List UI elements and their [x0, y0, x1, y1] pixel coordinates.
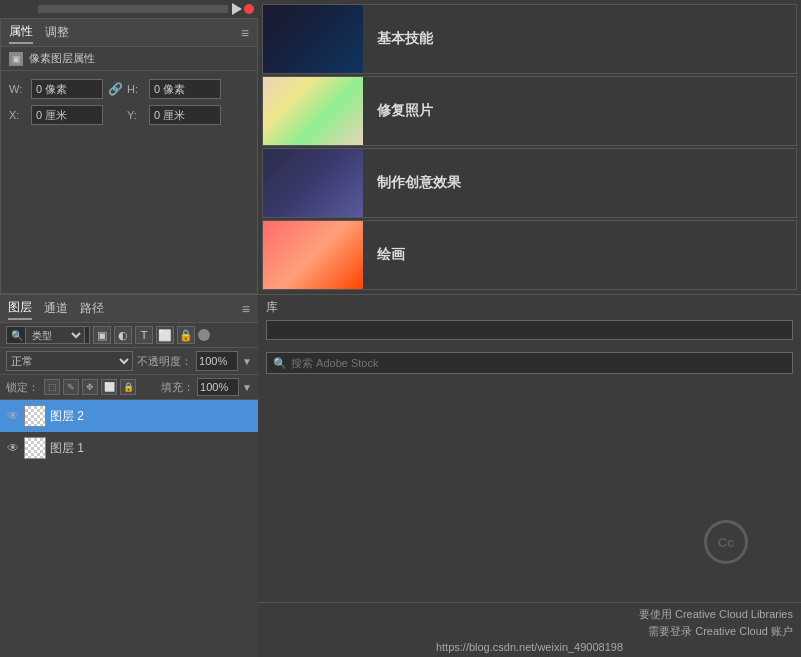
video-bar-fill — [38, 5, 152, 13]
lock-move-btn[interactable]: ✥ — [82, 379, 98, 395]
layer-visibility-icon[interactable]: 👁 — [6, 409, 20, 423]
search-icon: 🔍 — [11, 330, 23, 341]
stock-search-icon: 🔍 — [273, 357, 287, 370]
blend-mode-select[interactable]: 正常 — [6, 351, 133, 371]
thumb-basic[interactable]: 基本技能 — [262, 4, 797, 74]
lock-all-btn[interactable]: 🔒 — [120, 379, 136, 395]
thumb-label-basic: 基本技能 — [363, 30, 433, 48]
video-progress-bar — [38, 5, 228, 13]
library-search-bar[interactable] — [266, 320, 793, 340]
pixel-layer-icon: ▣ — [9, 52, 23, 66]
tab-paths[interactable]: 路径 — [80, 298, 104, 319]
layer-filter-select[interactable]: 类型 — [25, 326, 85, 344]
properties-grid: W: 🔗 H: X: Y: — [1, 71, 257, 133]
record-dot — [244, 4, 254, 14]
opacity-label: 不透明度： — [137, 354, 192, 369]
width-height-row: W: 🔗 H: — [9, 79, 249, 99]
thumbnails-section: 基本技能 修复照片 制作创意效果 绘画 — [258, 0, 801, 294]
tab-properties[interactable]: 属性 — [9, 21, 33, 44]
xy-row: X: Y: — [9, 105, 249, 125]
layer-visibility-icon[interactable]: 👁 — [6, 441, 20, 455]
tab-layers[interactable]: 图层 — [8, 297, 32, 320]
layer-filter-circle[interactable] — [198, 329, 210, 341]
bottom-url: https://blog.csdn.net/weixin_49008198 — [266, 641, 793, 653]
tab-adjustments[interactable]: 调整 — [45, 22, 69, 43]
x-input[interactable] — [31, 105, 103, 125]
layer-pixel-icon[interactable]: ▣ — [93, 326, 111, 344]
library-label: 库 — [266, 300, 278, 314]
properties-menu-icon[interactable]: ≡ — [241, 25, 249, 41]
layer-list: 👁 图层 2 👁 图层 1 — [0, 400, 258, 657]
y-input[interactable] — [149, 105, 221, 125]
thumb-creative[interactable]: 制作创意效果 — [262, 148, 797, 218]
thumb-label-creative: 制作创意效果 — [363, 174, 461, 192]
bottom-bar: 要使用 Creative Cloud Libraries 需要登录 Creati… — [258, 602, 801, 657]
layer-adjust-icon[interactable]: ◐ — [114, 326, 132, 344]
pixel-layer-title-row: ▣ 像素图层属性 — [1, 47, 257, 71]
layers-panel-header: 图层 通道 路径 ≡ — [0, 295, 258, 323]
layer-smart-icon[interactable]: 🔒 — [177, 326, 195, 344]
x-label: X: — [9, 109, 27, 121]
thumb-img-creative — [263, 149, 363, 217]
layer-shape-icon[interactable]: ⬜ — [156, 326, 174, 344]
bottom-text-1: 要使用 Creative Cloud Libraries — [266, 607, 793, 622]
lock-checkerboard-btn[interactable]: ⬚ — [44, 379, 60, 395]
checker-pattern — [25, 438, 45, 458]
thumb-photo[interactable]: 修复照片 — [262, 76, 797, 146]
layer-thumbnail — [24, 437, 46, 459]
layer-item[interactable]: 👁 图层 2 — [0, 400, 258, 432]
fill-label: 填充： — [161, 380, 194, 395]
left-panel: 属性 调整 ≡ ▣ 像素图层属性 W: 🔗 H: X: Y: — [0, 0, 258, 657]
height-label: H: — [127, 83, 145, 95]
right-panel: 基本技能 修复照片 制作创意效果 绘画 库 🔍 Cc 要使用 Creative … — [258, 0, 801, 657]
lock-label: 锁定： — [6, 380, 39, 395]
properties-content-area — [1, 133, 257, 293]
cc-logo: Cc — [704, 520, 748, 564]
properties-panel-header: 属性 调整 ≡ — [1, 19, 257, 47]
checker-pattern — [25, 406, 45, 426]
cc-watermark: Cc — [701, 517, 751, 567]
thumb-label-photo: 修复照片 — [363, 102, 433, 120]
stock-search-bar[interactable]: 🔍 — [266, 352, 793, 374]
stock-section: 🔍 — [258, 344, 801, 378]
play-icon[interactable] — [232, 3, 242, 15]
lock-row: 锁定： ⬚ ✎ ✥ ⬜ 🔒 填充： ▼ — [0, 375, 258, 400]
height-input[interactable] — [149, 79, 221, 99]
thumb-paint[interactable]: 绘画 — [262, 220, 797, 290]
thumb-label-paint: 绘画 — [363, 246, 405, 264]
layer-name: 图层 1 — [50, 440, 252, 457]
video-preview — [0, 0, 258, 18]
layers-panel: 图层 通道 路径 ≡ 🔍 类型 ▣ ◐ T ⬜ 🔒 正常 不透明度 — [0, 294, 258, 657]
y-label: Y: — [127, 109, 145, 121]
thumb-img-basic — [263, 5, 363, 73]
layers-menu-icon[interactable]: ≡ — [242, 301, 250, 317]
layers-toolbar: 🔍 类型 ▣ ◐ T ⬜ 🔒 — [0, 323, 258, 348]
lock-brush-btn[interactable]: ✎ — [63, 379, 79, 395]
layer-search-box: 🔍 类型 — [6, 326, 90, 344]
layer-name: 图层 2 — [50, 408, 252, 425]
link-icon[interactable]: 🔗 — [107, 81, 123, 97]
bottom-text-2: 需要登录 Creative Cloud 账户 — [266, 624, 793, 639]
opacity-arrow[interactable]: ▼ — [242, 356, 252, 367]
layer-thumbnail — [24, 405, 46, 427]
properties-panel: 属性 调整 ≡ ▣ 像素图层属性 W: 🔗 H: X: Y: — [0, 18, 258, 294]
blend-mode-row: 正常 不透明度： ▼ — [0, 348, 258, 375]
fill-arrow[interactable]: ▼ — [242, 382, 252, 393]
opacity-input[interactable] — [196, 351, 238, 371]
width-label: W: — [9, 83, 27, 95]
pixel-layer-title: 像素图层属性 — [29, 51, 95, 66]
layer-type-icon[interactable]: T — [135, 326, 153, 344]
width-input[interactable] — [31, 79, 103, 99]
layer-item[interactable]: 👁 图层 1 — [0, 432, 258, 464]
tab-channels[interactable]: 通道 — [44, 298, 68, 319]
thumb-img-photo — [263, 77, 363, 145]
lock-artboard-btn[interactable]: ⬜ — [101, 379, 117, 395]
stock-search-input[interactable] — [291, 357, 786, 369]
library-section: 库 — [258, 294, 801, 344]
fill-input[interactable] — [197, 378, 239, 396]
thumb-img-paint — [263, 221, 363, 289]
